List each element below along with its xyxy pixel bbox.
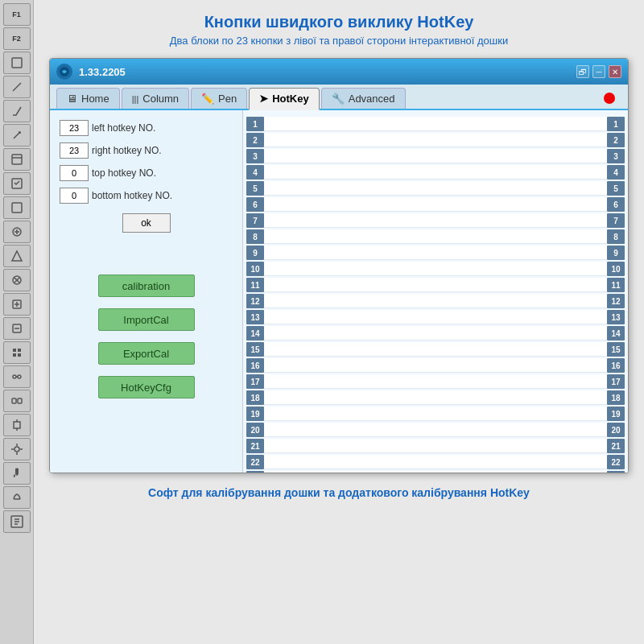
- row-spacer: [264, 294, 607, 308]
- toolbar-f1[interactable]: F1: [3, 3, 31, 26]
- svg-rect-21: [18, 353, 21, 357]
- tab-pen[interactable]: ✏️ Pen: [191, 88, 247, 109]
- svg-rect-0: [12, 58, 22, 68]
- toolbar-btn-7[interactable]: [3, 148, 31, 171]
- toolbar-btn-21[interactable]: [3, 486, 31, 509]
- row-spacer: [264, 390, 607, 405]
- row-number-right: 11: [607, 278, 625, 292]
- row-number-left: 13: [246, 310, 264, 324]
- left-hotkey-label: left hotkey NO.: [92, 122, 155, 134]
- row-spacer: [264, 229, 607, 244]
- toolbar-btn-19[interactable]: [3, 438, 31, 460]
- pen-icon: ✏️: [201, 93, 214, 105]
- top-hotkey-input[interactable]: [60, 165, 89, 181]
- row-number-left: 2: [246, 133, 264, 147]
- row-spacer: [264, 342, 607, 357]
- toolbar-btn-20[interactable]: [3, 462, 31, 485]
- minimize-button[interactable]: ─: [592, 65, 605, 78]
- left-toolbar: F1 F2: [0, 0, 34, 644]
- tab-advanced[interactable]: 🔧 Advanced: [321, 88, 406, 109]
- row-spacer: [264, 455, 607, 469]
- table-row: 22: [246, 133, 625, 147]
- hotkeycfg-button[interactable]: HotKeyCfg: [98, 376, 195, 398]
- svg-point-29: [14, 447, 19, 452]
- table-row: 2121: [246, 439, 625, 453]
- toolbar-btn-10[interactable]: [3, 221, 31, 243]
- tab-hotkey[interactable]: ➤ HotKey: [249, 88, 320, 110]
- toolbar-btn-17[interactable]: [3, 390, 31, 412]
- calibration-button[interactable]: calibration: [98, 275, 195, 297]
- row-number-left: 9: [246, 246, 264, 260]
- toolbar-btn-6[interactable]: [3, 124, 31, 147]
- table-row: 2323: [246, 471, 625, 473]
- application-window: 1.33.2205 🗗 ─ ✕ 🖥 Home ||| Column ✏️ Pen: [49, 58, 629, 473]
- row-number-left: 7: [246, 213, 264, 228]
- bottom-hotkey-label: bottom hotkey NO.: [92, 190, 172, 201]
- toolbar-btn-15[interactable]: [3, 341, 31, 364]
- toolbar-btn-18[interactable]: [3, 414, 31, 436]
- table-row: 1111: [246, 278, 625, 292]
- toolbar-btn-4[interactable]: [3, 76, 31, 98]
- tab-home[interactable]: 🖥 Home: [56, 88, 120, 109]
- hotkey-grid-panel: 1122334455667788991010111112121313141415…: [243, 110, 628, 473]
- row-number-left: 4: [246, 165, 264, 180]
- top-hotkey-row: top hotkey NO.: [60, 165, 233, 181]
- svg-rect-18: [13, 349, 16, 352]
- toolbar-btn-8[interactable]: [3, 172, 31, 195]
- window-logo: [56, 64, 72, 80]
- tab-bar: 🖥 Home ||| Column ✏️ Pen ➤ HotKey 🔧 Adva…: [50, 85, 628, 110]
- toolbar-btn-3[interactable]: [3, 52, 31, 74]
- row-number-left: 12: [246, 294, 264, 308]
- toolbar-btn-12[interactable]: [3, 269, 31, 291]
- row-spacer: [264, 374, 607, 389]
- row-number-left: 17: [246, 374, 264, 389]
- table-row: 66: [246, 197, 625, 212]
- window-title: 1.33.2205: [79, 66, 576, 78]
- row-spacer: [264, 407, 607, 421]
- left-hotkey-input[interactable]: [60, 120, 89, 136]
- restore-button[interactable]: 🗗: [576, 65, 589, 78]
- toolbar-btn-22[interactable]: [3, 510, 31, 533]
- row-spacer: [264, 149, 607, 163]
- row-number-left: 15: [246, 342, 264, 357]
- row-spacer: [264, 133, 607, 147]
- row-number-right: 2: [607, 133, 625, 147]
- bottom-hotkey-input[interactable]: [60, 188, 89, 204]
- svg-rect-25: [12, 398, 16, 403]
- close-button[interactable]: ✕: [609, 65, 621, 78]
- window-titlebar: 1.33.2205 🗗 ─ ✕: [50, 59, 628, 85]
- row-number-right: 9: [607, 246, 625, 260]
- toolbar-btn-11[interactable]: [3, 245, 31, 267]
- row-number-right: 23: [607, 471, 625, 473]
- row-number-right: 20: [607, 423, 625, 437]
- right-hotkey-input[interactable]: [60, 142, 89, 159]
- toolbar-btn-14[interactable]: [3, 317, 31, 340]
- ok-button[interactable]: ok: [122, 213, 171, 233]
- main-area: Кнопки швидкого виклику HotKey Два блоки…: [34, 0, 644, 644]
- row-spacer: [264, 246, 607, 260]
- table-row: 1919: [246, 407, 625, 421]
- toolbar-btn-5[interactable]: [3, 100, 31, 122]
- table-row: 1010: [246, 262, 625, 276]
- table-row: 88: [246, 229, 625, 244]
- toolbar-btn-13[interactable]: [3, 293, 31, 316]
- toolbar-btn-9[interactable]: [3, 196, 31, 219]
- tab-column[interactable]: ||| Column: [122, 88, 189, 109]
- page-subtitle: Два блоки по 23 кнопки з лівої та правої…: [170, 35, 508, 47]
- table-row: 55: [246, 181, 625, 196]
- table-row: 77: [246, 213, 625, 228]
- row-number-right: 7: [607, 213, 625, 228]
- table-row: 1414: [246, 326, 625, 341]
- right-hotkey-row: right hotkey NO.: [60, 142, 233, 159]
- hotkey-settings-panel: left hotkey NO. right hotkey NO. top hot…: [50, 110, 243, 473]
- row-spacer: [264, 197, 607, 212]
- import-cal-button[interactable]: ImportCal: [98, 308, 195, 331]
- toolbar-f2[interactable]: F2: [3, 27, 31, 50]
- export-cal-button[interactable]: ExportCal: [98, 342, 195, 365]
- top-hotkey-label: top hotkey NO.: [92, 167, 156, 179]
- row-number-right: 10: [607, 262, 625, 276]
- svg-line-1: [13, 83, 21, 91]
- row-number-right: 18: [607, 390, 625, 405]
- svg-rect-2: [12, 155, 22, 164]
- toolbar-btn-16[interactable]: [3, 365, 31, 388]
